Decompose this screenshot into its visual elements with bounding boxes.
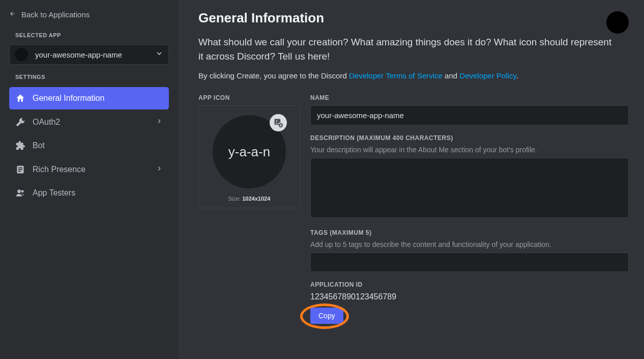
- settings-label: SETTINGS: [9, 74, 169, 80]
- description-input[interactable]: [310, 158, 629, 218]
- svg-rect-3: [18, 171, 21, 172]
- users-icon: [15, 188, 25, 198]
- name-input[interactable]: [310, 105, 629, 125]
- app-icon-label: APP ICON: [198, 94, 300, 101]
- tags-input[interactable]: [310, 253, 629, 272]
- app-avatar-icon: [15, 48, 28, 61]
- sidebar-item-bot[interactable]: Bot: [9, 134, 169, 157]
- document-icon: [15, 164, 25, 175]
- application-id-value: 1234567890123456789: [310, 292, 629, 301]
- copy-button[interactable]: Copy: [310, 308, 343, 324]
- sidebar-item-label: OAuth2: [33, 118, 60, 127]
- puzzle-icon: [15, 141, 25, 151]
- sidebar-item-label: App Testers: [33, 188, 75, 198]
- arrow-left-icon: [9, 10, 16, 19]
- svg-rect-1: [18, 167, 22, 168]
- sidebar-item-general-information[interactable]: General Information: [9, 87, 169, 109]
- wrench-icon: [15, 117, 25, 127]
- page-title: General Information: [198, 10, 629, 26]
- chevron-down-icon: [155, 49, 163, 60]
- app-selector[interactable]: your-awesome-app-name: [9, 44, 169, 65]
- sidebar-item-label: Bot: [33, 141, 45, 150]
- back-to-applications[interactable]: Back to Applications: [9, 8, 169, 23]
- app-icon-size: Size: 1024x1024: [228, 196, 271, 202]
- description-label: DESCRIPTION (MAXIMUM 400 CHARACTERS): [310, 134, 629, 142]
- upload-image-icon: [270, 114, 287, 131]
- app-icon-preview: y-a-a-n: [213, 115, 286, 188]
- svg-rect-2: [18, 169, 22, 170]
- chevron-right-icon: [156, 164, 163, 175]
- sidebar-item-app-testers[interactable]: App Testers: [9, 182, 169, 204]
- page-lead: What should we call your creation? What …: [198, 35, 616, 63]
- chevron-right-icon: [156, 117, 163, 127]
- selected-app-label: SELECTED APP: [9, 32, 169, 38]
- developer-policy-link[interactable]: Developer Policy: [459, 71, 516, 80]
- sidebar-item-rich-presence[interactable]: Rich Presence: [9, 158, 169, 181]
- description-helper: Your description will appear in the Abou…: [310, 146, 629, 154]
- sidebar-item-label: Rich Presence: [33, 165, 85, 174]
- user-avatar[interactable]: [606, 11, 629, 34]
- tos-notice: By clicking Create, you agree to the Dis…: [198, 71, 629, 80]
- tags-label: TAGS (MAXIMUM 5): [310, 229, 629, 236]
- app-icon-uploader[interactable]: y-a-a-n Size: 1024x1024: [198, 105, 300, 208]
- svg-point-5: [21, 190, 24, 192]
- name-label: NAME: [310, 94, 629, 101]
- svg-point-7: [276, 121, 277, 122]
- application-id-label: APPLICATION ID: [310, 281, 629, 288]
- home-icon: [15, 93, 25, 103]
- back-label: Back to Applications: [21, 10, 90, 19]
- sidebar-item-label: General Information: [33, 94, 104, 103]
- tags-helper: Add up to 5 tags to describe the content…: [310, 240, 629, 248]
- tos-link[interactable]: Developer Terms of Service: [349, 71, 443, 80]
- selected-app-name: your-awesome-app-name: [35, 50, 148, 59]
- svg-point-4: [17, 189, 21, 193]
- sidebar-item-oauth2[interactable]: OAuth2: [9, 111, 169, 133]
